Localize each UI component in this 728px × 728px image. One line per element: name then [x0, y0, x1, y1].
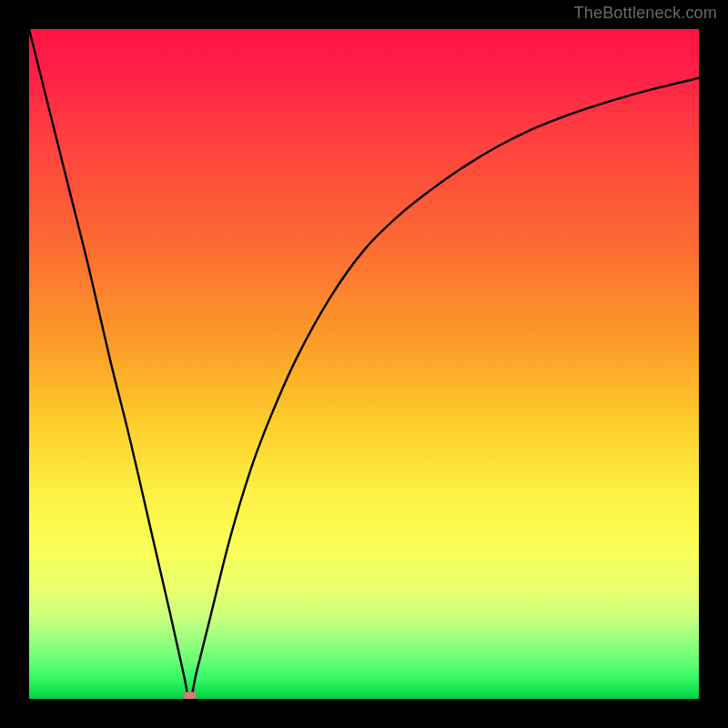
chart-frame: TheBottleneck.com [0, 0, 728, 728]
min-point-marker [184, 692, 197, 699]
watermark-text: TheBottleneck.com [574, 4, 717, 23]
plot-area [29, 29, 699, 699]
curve-svg [29, 29, 699, 699]
bottleneck-curve [29, 29, 699, 699]
